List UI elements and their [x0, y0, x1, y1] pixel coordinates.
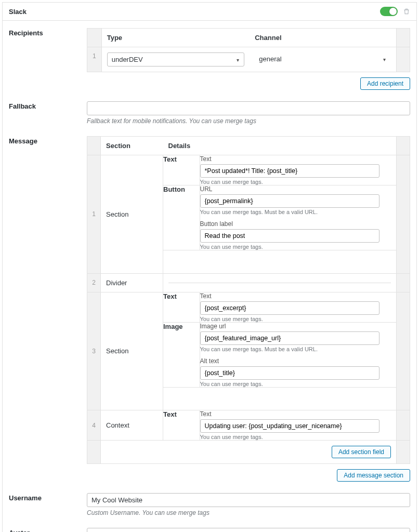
username-help: Custom Username. You can use merge tags — [87, 509, 410, 516]
field-label: Text — [200, 410, 397, 418]
row-number[interactable]: 2 — [87, 273, 101, 292]
trash-icon[interactable] — [403, 7, 410, 16]
caret-down-icon: ▾ — [383, 56, 386, 62]
image-url-input[interactable] — [200, 331, 379, 345]
add-section-field-button[interactable]: Add section field — [332, 446, 391, 458]
detail-type-text: Text — [163, 410, 200, 440]
message-section-row: 1 Section Text Text — [87, 155, 410, 274]
row-number[interactable]: 3 — [87, 292, 101, 410]
row-number[interactable]: 1 — [87, 155, 101, 274]
button-label-input[interactable] — [200, 229, 379, 243]
row-number[interactable]: 4 — [87, 410, 101, 441]
channel-header: Channel — [250, 29, 396, 47]
field-label: URL — [200, 185, 397, 193]
recipient-row: 1 ▾ ▾ — [87, 47, 410, 72]
merge-help: You can use merge tags. Must be a valid … — [200, 346, 397, 352]
add-section-field-row: Add section field — [87, 441, 410, 464]
enabled-toggle[interactable] — [380, 7, 398, 16]
message-row: Message Section Details 1 — [9, 136, 410, 482]
username-input[interactable] — [87, 493, 410, 507]
detail-type-button: Button — [163, 185, 200, 250]
text-input[interactable] — [200, 301, 379, 315]
detail-type-text: Text — [163, 155, 200, 185]
row-actions[interactable] — [397, 155, 410, 274]
text-input[interactable] — [200, 164, 379, 178]
actions-header — [397, 29, 410, 47]
section-type: Section — [101, 292, 163, 410]
panel-title: Slack — [9, 8, 27, 16]
add-message-section-button[interactable]: Add message section — [337, 469, 410, 482]
avatar-label: Avatar — [9, 528, 82, 532]
fallback-label: Fallback — [9, 101, 82, 110]
detail-type-text: Text — [163, 292, 200, 323]
fallback-help: Fallback text for mobile notifications. … — [87, 117, 410, 125]
merge-help: You can use merge tags. — [200, 179, 397, 185]
avatar-input[interactable] — [87, 528, 410, 532]
section-header: Section — [101, 137, 163, 155]
message-label: Message — [9, 136, 82, 145]
merge-help: You can use merge tags. — [200, 434, 397, 440]
merge-help: You can use merge tags. — [200, 316, 397, 322]
fallback-row: Fallback Fallback text for mobile notifi… — [9, 101, 410, 125]
username-label: Username — [9, 493, 82, 502]
avatar-row: Avatar Please provide avarat image URL, … — [9, 528, 410, 532]
field-label: Image url — [200, 323, 397, 330]
detail-type-image: Image — [163, 322, 200, 387]
message-section-row: 2 Divider — [87, 273, 410, 292]
section-type: Section — [101, 155, 163, 274]
msg-actions-header — [397, 137, 410, 155]
drag-handle-header — [87, 29, 102, 47]
msg-num-header — [87, 137, 101, 155]
recipients-row: Recipients Type Channel 1 — [9, 28, 410, 90]
panel-header: Slack — [3, 3, 416, 21]
add-recipient-button[interactable]: Add recipient — [360, 77, 410, 90]
slack-panel: Slack Recipients Type Channel — [2, 2, 417, 532]
divider-line — [168, 283, 391, 283]
message-table: Section Details 1 Section — [87, 136, 410, 464]
field-label: Alt text — [200, 357, 397, 365]
field-label: Button label — [200, 220, 397, 228]
details-header: Details — [163, 137, 397, 155]
message-section-row: 4 Context Text Text — [87, 410, 410, 441]
type-header: Type — [101, 29, 250, 47]
merge-help: You can use merge tags. Must be a valid … — [200, 209, 397, 215]
merge-help: You can use merge tags. — [200, 381, 397, 387]
recipients-table: Type Channel 1 ▾ — [87, 28, 410, 72]
recipients-label: Recipients — [9, 28, 82, 37]
url-input[interactable] — [200, 194, 379, 208]
text-input[interactable] — [200, 419, 379, 433]
row-actions[interactable] — [397, 410, 410, 441]
field-label: Text — [200, 292, 397, 300]
username-row: Username Custom Username. You can use me… — [9, 493, 410, 516]
row-number[interactable]: 1 — [87, 47, 102, 72]
field-label: Text — [200, 155, 397, 163]
section-type: Context — [101, 410, 163, 441]
message-section-row: 3 Section Text Text — [87, 292, 410, 410]
alt-text-input[interactable] — [200, 366, 379, 380]
section-type: Divider — [101, 273, 163, 292]
merge-help: You can use merge tags. — [200, 244, 397, 250]
channel-select[interactable] — [255, 52, 391, 65]
row-actions[interactable] — [397, 292, 410, 410]
row-actions[interactable] — [397, 273, 410, 292]
fallback-input[interactable] — [87, 101, 410, 115]
type-select[interactable] — [107, 52, 245, 66]
row-actions[interactable] — [397, 47, 410, 72]
